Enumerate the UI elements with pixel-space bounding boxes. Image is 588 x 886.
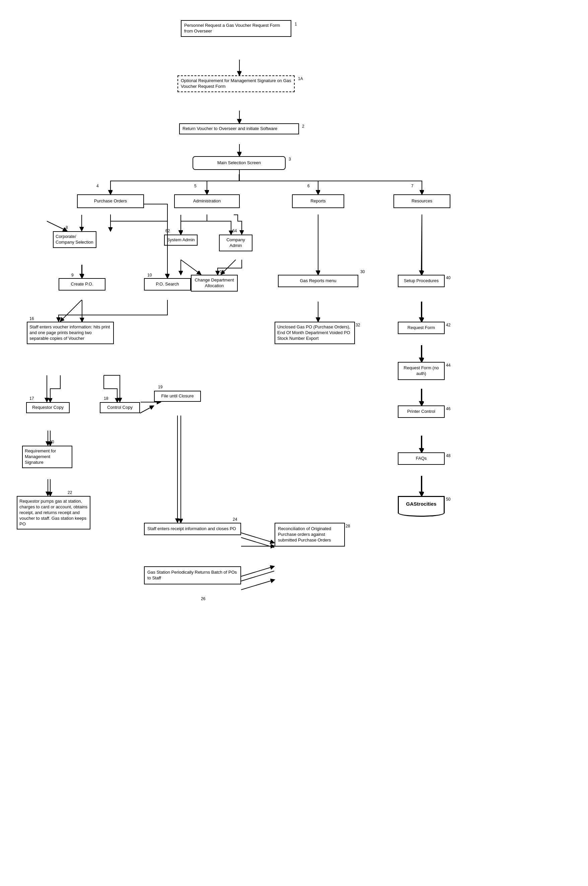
node-30: Gas Reports menu bbox=[278, 275, 358, 287]
label-24: 24 bbox=[233, 517, 237, 522]
node-resources: Resources bbox=[393, 194, 450, 208]
node-62: System Admin bbox=[164, 235, 198, 246]
svg-line-39 bbox=[60, 300, 82, 321]
label-10: 10 bbox=[147, 273, 152, 277]
svg-line-53 bbox=[241, 571, 274, 581]
label-1: 1 bbox=[295, 22, 297, 27]
node-17: Requestor Copy bbox=[26, 402, 70, 413]
svg-line-54 bbox=[47, 221, 67, 231]
label-9: 9 bbox=[71, 273, 74, 277]
node-administration: Administration bbox=[174, 194, 240, 208]
node-purchase-orders: Purchase Orders bbox=[77, 194, 144, 208]
label-44: 44 bbox=[446, 363, 450, 368]
node-24: Staff enters receipt information and clo… bbox=[144, 523, 241, 535]
svg-line-40 bbox=[140, 406, 154, 413]
label-19: 19 bbox=[158, 385, 162, 390]
svg-line-51 bbox=[241, 537, 274, 548]
node-2: Return Voucher to Overseer and initiate … bbox=[179, 123, 299, 134]
node-19: File until Closure bbox=[154, 391, 201, 402]
node-26: Gas Station Periodically Returns Batch o… bbox=[144, 566, 241, 584]
node-16: Staff enters voucher information: hits p… bbox=[27, 322, 114, 344]
node-3: Main Selection Screen bbox=[192, 156, 286, 170]
label-30: 30 bbox=[360, 269, 364, 274]
label-4: 4 bbox=[96, 184, 99, 188]
label-2: 2 bbox=[302, 124, 304, 129]
node-32: Unclosed Gas PO (Purchase Orders), End O… bbox=[274, 322, 355, 344]
label-46: 46 bbox=[446, 406, 450, 411]
node-48: FAQs bbox=[398, 453, 445, 465]
svg-line-50 bbox=[241, 533, 274, 543]
label-28: 28 bbox=[346, 524, 350, 528]
node-8: Corporate/ Company Selection bbox=[53, 231, 96, 248]
node-1: Personnel Request a Gas Voucher Request … bbox=[181, 20, 291, 37]
node-reports: Reports bbox=[292, 194, 344, 208]
node-1a: Optional Requirement for Management Sign… bbox=[177, 75, 295, 92]
label-16: 16 bbox=[30, 316, 34, 321]
label-22: 22 bbox=[68, 490, 72, 495]
flowchart-diagram: Personnel Request a Gas Voucher Request … bbox=[0, 0, 588, 886]
node-18: Control Copy bbox=[100, 402, 140, 413]
node-28: Reconciliation of Originated Purchase or… bbox=[274, 523, 345, 546]
node-42: Request Form bbox=[398, 322, 445, 334]
label-50: 50 bbox=[446, 497, 450, 502]
label-17: 17 bbox=[30, 396, 34, 401]
label-62: 62 bbox=[165, 229, 170, 233]
label-12: 12 bbox=[220, 269, 224, 274]
node-10: P.O. Search bbox=[144, 278, 191, 290]
label-20: 20 bbox=[50, 440, 54, 444]
node-22: Requestor pumps gas at station, charges … bbox=[17, 496, 90, 529]
svg-line-21 bbox=[241, 580, 274, 590]
node-9: Create P.O. bbox=[58, 278, 105, 290]
node-40: Setup Procedures bbox=[398, 275, 445, 287]
node-12: Change Department Allocation bbox=[191, 275, 238, 292]
svg-line-35 bbox=[181, 260, 201, 274]
label-32: 32 bbox=[356, 323, 360, 327]
label-64: 64 bbox=[232, 229, 237, 233]
label-1a: 1A bbox=[298, 77, 303, 81]
label-18: 18 bbox=[104, 396, 108, 401]
svg-line-38 bbox=[421, 215, 422, 274]
label-6: 6 bbox=[308, 184, 310, 188]
node-64: Company Admin bbox=[219, 235, 252, 251]
label-8: 8 bbox=[66, 225, 68, 230]
label-7: 7 bbox=[411, 184, 414, 188]
node-50: GAStrocities bbox=[398, 496, 445, 511]
label-26: 26 bbox=[201, 596, 205, 601]
label-3: 3 bbox=[289, 157, 291, 161]
label-48: 48 bbox=[446, 453, 450, 458]
label-42: 42 bbox=[446, 323, 450, 327]
node-44: Request Form (no auth) bbox=[398, 362, 445, 380]
node-46: Printer Control bbox=[398, 405, 445, 418]
svg-line-52 bbox=[241, 566, 274, 576]
label-5: 5 bbox=[194, 184, 196, 188]
label-40: 40 bbox=[446, 275, 450, 280]
node-20: Requirement for Management Signature bbox=[22, 446, 72, 468]
